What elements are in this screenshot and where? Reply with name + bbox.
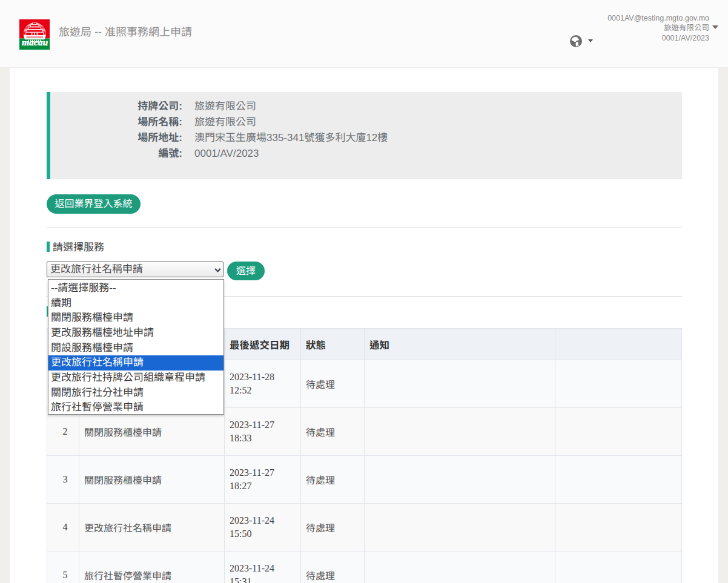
svg-text:macau: macau [22,37,48,47]
